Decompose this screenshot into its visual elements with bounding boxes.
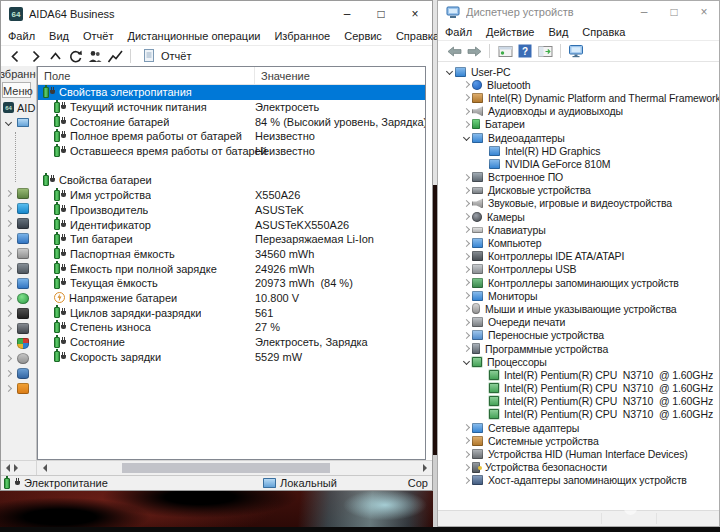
device-tree-item[interactable]: NVIDIA GeForce 810M: [440, 157, 719, 170]
device-tree-item[interactable]: Intel(R) HD Graphics: [440, 144, 719, 157]
list-row[interactable]: Ёмкость при полной зарядке24926 mWh: [38, 261, 425, 276]
device-tree-item[interactable]: Intel(R) Pentium(R) CPU N3710 @ 1.60GHz: [440, 382, 719, 395]
chevron-right-icon[interactable]: [461, 227, 472, 232]
chevron-down-icon[interactable]: [461, 135, 472, 140]
list-row[interactable]: ПроизводительASUSTeK: [38, 203, 425, 218]
chevron-right-icon[interactable]: [461, 175, 472, 180]
sidebar-item-database[interactable]: [1, 366, 36, 381]
minimize-button[interactable]: –: [629, 6, 659, 18]
device-tree-item[interactable]: Контроллеры IDE ATA/ATAPI: [440, 250, 719, 263]
menu-item-Справка[interactable]: Справка: [575, 24, 632, 40]
device-tree-item[interactable]: Очереди печати: [440, 316, 719, 329]
scroll-right-icon[interactable]: [14, 464, 18, 472]
device-tree-item[interactable]: Intel(R) Pentium(R) CPU N3710 @ 1.60GHz: [440, 368, 719, 381]
menu-item-Отчёт[interactable]: Отчёт: [76, 28, 120, 44]
list-row[interactable]: Степень износа27 %: [38, 320, 425, 335]
window-list-icon[interactable]: [495, 43, 515, 59]
chevron-right-icon[interactable]: [461, 188, 472, 193]
device-tree-item[interactable]: Клавиатуры: [440, 223, 719, 236]
device-tree-item[interactable]: Процессоры: [440, 355, 719, 368]
chevron-right-icon[interactable]: [461, 241, 472, 246]
chevron-right-icon[interactable]: [461, 254, 472, 259]
device-tree-item[interactable]: Компьютер: [440, 236, 719, 249]
chevron-right-icon[interactable]: [461, 320, 472, 325]
device-tree-item[interactable]: Системные устройства: [440, 434, 719, 447]
column-header-value[interactable]: Значение: [254, 67, 310, 84]
list-row-spacer[interactable]: [38, 158, 425, 173]
chevron-right-icon[interactable]: [5, 295, 12, 302]
forward-icon[interactable]: [25, 48, 45, 64]
chevron-right-icon[interactable]: [461, 306, 472, 311]
list-row[interactable]: Оставшееся время работы от батарейНеизве…: [38, 144, 425, 159]
menu-item-Сервис[interactable]: Сервис: [337, 28, 389, 44]
menu-item-Действие[interactable]: Действие: [479, 24, 541, 40]
chevron-right-icon[interactable]: [5, 325, 12, 332]
device-tree-item[interactable]: Звуковые, игровые и видеоустройства: [440, 197, 719, 210]
chevron-right-icon[interactable]: [461, 95, 472, 100]
device-tree-item[interactable]: Дисковые устройства: [440, 184, 719, 197]
chevron-right-icon[interactable]: [461, 293, 472, 298]
chevron-right-icon[interactable]: [461, 82, 472, 87]
close-button[interactable]: ×: [398, 8, 432, 20]
chevron-right-icon[interactable]: [461, 214, 472, 219]
sidebar-item-motherboard[interactable]: [1, 186, 36, 201]
chevron-right-icon[interactable]: [461, 267, 472, 272]
sidebar-item-server[interactable]: [1, 216, 36, 231]
device-tree-item[interactable]: Сетевые адаптеры: [440, 421, 719, 434]
chevron-right-icon[interactable]: [461, 425, 472, 430]
back-icon[interactable]: [5, 48, 25, 64]
refresh-icon[interactable]: [65, 48, 85, 64]
menu-item-Вид[interactable]: Вид: [541, 24, 575, 40]
users-icon[interactable]: [85, 48, 105, 64]
chevron-down-icon[interactable]: [444, 69, 455, 74]
menu-item-Файл[interactable]: Файл: [1, 28, 42, 44]
sidebar-item-programs[interactable]: [1, 321, 36, 336]
list-row[interactable]: Имя устройстваX550A26: [38, 188, 425, 203]
column-header-field[interactable]: Поле: [38, 70, 70, 82]
device-tree-item[interactable]: Контроллеры запоминающих устройств: [440, 276, 719, 289]
device-tree-item[interactable]: Хост-адаптеры запоминающих устройств: [440, 474, 719, 487]
scrollbar-right-arrow[interactable]: [417, 461, 432, 475]
device-tree-item[interactable]: Устройства HID (Human Interface Devices): [440, 447, 719, 460]
menu-item-Дистанционные операции[interactable]: Дистанционные операции: [120, 28, 267, 44]
list-row[interactable]: Паспортная ёмкость34560 mWh: [38, 247, 425, 262]
device-tree-item[interactable]: Переносные устройства: [440, 329, 719, 342]
horizontal-scrollbar[interactable]: [1, 460, 432, 475]
list-row[interactable]: Текущий источник питанияЭлектросеть: [38, 100, 425, 115]
minimize-button[interactable]: –: [330, 8, 364, 20]
device-tree-item[interactable]: Аудиовходы и аудиовыходы: [440, 105, 719, 118]
sidebar-computer-node[interactable]: [1, 115, 36, 130]
chevron-right-icon[interactable]: [5, 190, 12, 197]
tab-favorites[interactable]: Избранное: [1, 66, 36, 82]
sidebar-item-security[interactable]: [1, 336, 36, 351]
back-icon[interactable]: [444, 43, 464, 59]
sidebar-item-os[interactable]: [1, 201, 36, 216]
scrollbar-track[interactable]: [52, 461, 417, 475]
chevron-right-icon[interactable]: [5, 220, 12, 227]
chevron-right-icon[interactable]: [5, 355, 12, 362]
device-tree-item[interactable]: Intel(R) Pentium(R) CPU N3710 @ 1.60GHz: [440, 395, 719, 408]
scroll-left-icon[interactable]: [6, 464, 10, 472]
chevron-right-icon[interactable]: [461, 438, 472, 443]
aida64-titlebar[interactable]: 64 AIDA64 Business – □ ×: [1, 1, 432, 27]
list-row[interactable]: Скорость зарядки5529 mW: [38, 349, 425, 364]
chevron-right-icon[interactable]: [461, 346, 472, 351]
menu-item-Вид[interactable]: Вид: [42, 28, 76, 44]
sidebar-item-devices[interactable]: [1, 306, 36, 321]
chevron-right-icon[interactable]: [5, 250, 12, 257]
chevron-down-icon[interactable]: [461, 359, 472, 364]
list-row[interactable]: Свойства батареи: [38, 173, 425, 188]
chevron-right-icon[interactable]: [5, 280, 12, 287]
device-tree-item[interactable]: Видеоадаптеры: [440, 131, 719, 144]
chevron-right-icon[interactable]: [5, 205, 12, 212]
list-row[interactable]: ИдентификаторASUSTeKX550A26: [38, 217, 425, 232]
device-tree-item[interactable]: Устройства безопасности: [440, 461, 719, 474]
chevron-right-icon[interactable]: [5, 235, 12, 242]
close-button[interactable]: ×: [689, 6, 719, 18]
up-icon[interactable]: [45, 48, 65, 64]
device-tree-item[interactable]: Батареи: [440, 118, 719, 131]
maximize-button[interactable]: □: [659, 6, 689, 18]
device-tree-item[interactable]: Intel(R) Dynamic Platform and Thermal Fr…: [440, 91, 719, 104]
device-tree-item[interactable]: Мониторы: [440, 289, 719, 302]
sidebar-item-storage[interactable]: [1, 261, 36, 276]
